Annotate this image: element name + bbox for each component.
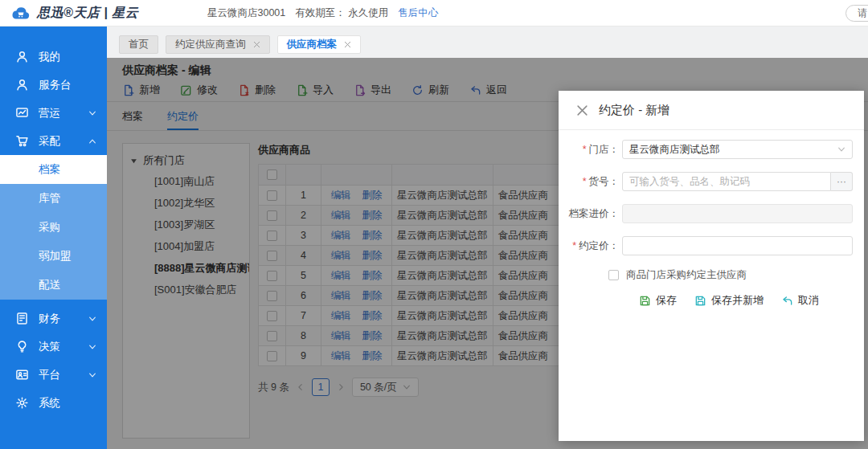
tab-bar: 首页 约定供应商查询 供应商档案 <box>107 27 868 58</box>
sidebar-bottom: 财务 决策 平台 系统 <box>0 300 107 417</box>
sidebar-item[interactable]: 营运 <box>0 99 107 127</box>
sidebar-item[interactable]: 决策 <box>0 333 107 361</box>
modal-action-icon <box>639 295 651 307</box>
chevron-icon <box>88 109 96 117</box>
sidebar-item[interactable]: 服务台 <box>0 71 107 99</box>
tab-close-icon[interactable] <box>344 41 351 48</box>
sidebar-subitem-label: 库管 <box>39 192 60 204</box>
agreed-price-field-row: 约定价： <box>559 236 864 255</box>
sidebar-item-icon <box>15 312 29 325</box>
sidebar-subitem-label: 配送 <box>39 279 60 291</box>
agreed-price-modal: 约定价 - 新增 门店： 星云微商店测试总部 货号： ··· 档案进价： 约定价… <box>559 91 864 441</box>
sidebar-item-label: 平台 <box>39 368 60 382</box>
store-select[interactable]: 星云微商店测试总部 <box>622 140 853 159</box>
store-name: 星云微商店30001 <box>207 6 285 20</box>
sidebar-item-label: 采配 <box>39 134 60 149</box>
chevron-down-icon <box>837 145 845 153</box>
sidebar-submenu: 档案 库管 采购 弱加盟 配送 <box>0 155 107 300</box>
sidebar-item-label: 系统 <box>39 396 60 410</box>
sidebar-item-icon <box>15 106 29 120</box>
support-center-link[interactable]: 售后中心 <box>398 6 438 20</box>
sidebar-subitem[interactable]: 配送 <box>0 271 107 300</box>
modal-action-label: 取消 <box>798 293 819 308</box>
file-price-label: 档案进价： <box>559 207 619 221</box>
agreed-price-input[interactable] <box>622 236 853 255</box>
sidebar-item[interactable]: 系统 <box>0 389 107 417</box>
modal-action-icon <box>694 295 706 307</box>
sidebar: 我的 服务台 营运 采配 档案 库管 采购 弱加盟 配送 财务 决策 平台 系统 <box>0 27 107 449</box>
chevron-icon <box>88 137 96 145</box>
top-bar: 思迅®天店 | 星云 星云微商店30001 有效期至： 永久使用 售后中心 请 <box>0 0 868 27</box>
tab[interactable]: 首页 <box>119 35 158 54</box>
tab[interactable]: 约定供应商查询 <box>166 35 270 54</box>
sidebar-item[interactable]: 平台 <box>0 361 107 389</box>
item-field-label: 货号： <box>559 175 619 189</box>
sidebar-subitem[interactable]: 采购 <box>0 213 107 242</box>
item-lookup-button[interactable]: ··· <box>831 172 853 191</box>
sidebar-item-label: 决策 <box>39 340 60 354</box>
sidebar-item-label: 营运 <box>39 106 60 120</box>
main-supplier-checkbox[interactable] <box>608 270 619 280</box>
sidebar-item[interactable]: 我的 <box>0 43 107 71</box>
brand: 思迅®天店 | 星云 <box>10 0 138 27</box>
chevron-icon <box>88 371 96 379</box>
main-supplier-checkbox-label: 商品门店采购约定主供应商 <box>626 268 747 282</box>
sidebar-subitem-label: 采购 <box>39 221 60 233</box>
sidebar-item-label: 财务 <box>39 312 60 326</box>
sidebar-item-icon <box>15 368 29 382</box>
brand-text: 思迅®天店 | 星云 <box>37 5 138 22</box>
item-field-row: 货号： ··· <box>559 172 864 191</box>
modal-action-icon <box>781 295 793 307</box>
sidebar-item[interactable]: 采配 <box>0 127 107 155</box>
validity-text: 有效期至： 永久使用 <box>295 6 388 20</box>
sidebar-subitem-label: 弱加盟 <box>39 250 72 262</box>
file-price-input <box>622 204 853 223</box>
topbar-partial-button[interactable]: 请 <box>845 5 868 22</box>
modal-title: 约定价 - 新增 <box>599 103 669 118</box>
store-field-row: 门店： 星云微商店测试总部 <box>559 140 864 159</box>
sidebar-item-icon <box>15 50 29 63</box>
modal-buttons: 保存 保存并新增 取消 <box>639 293 864 308</box>
sidebar-item-icon <box>15 340 29 353</box>
modal-action-button[interactable]: 保存并新增 <box>694 293 764 308</box>
tab-close-icon[interactable] <box>253 41 260 48</box>
close-icon[interactable] <box>576 104 588 116</box>
sidebar-item-icon <box>15 396 29 410</box>
sidebar-item-label: 我的 <box>39 50 60 64</box>
agreed-price-label: 约定价： <box>559 239 619 253</box>
item-code-input[interactable] <box>622 172 831 191</box>
tab[interactable]: 供应商档案 <box>277 35 362 54</box>
sidebar-item-label: 服务台 <box>39 78 72 92</box>
store-select-value: 星云微商店测试总部 <box>629 143 720 157</box>
cloud-logo-icon <box>10 6 31 20</box>
sidebar-item[interactable]: 财务 <box>0 304 107 333</box>
file-price-field-row: 档案进价： <box>559 204 864 223</box>
modal-action-button[interactable]: 保存 <box>639 293 677 308</box>
sidebar-item-icon <box>15 134 29 148</box>
item-combo: ··· <box>622 172 853 191</box>
sidebar-subitem[interactable]: 弱加盟 <box>0 242 107 271</box>
sidebar-subitem[interactable]: 库管 <box>0 184 107 213</box>
main-supplier-checkbox-row: 商品门店采购约定主供应商 <box>608 268 864 282</box>
modal-header: 约定价 - 新增 <box>559 91 864 130</box>
tab-label: 约定供应商查询 <box>175 38 246 51</box>
modal-body: 门店： 星云微商店测试总部 货号： ··· 档案进价： 约定价： 商品门店采购约… <box>559 130 864 308</box>
modal-action-button[interactable]: 取消 <box>781 293 819 308</box>
store-info: 星云微商店30001 有效期至： 永久使用 售后中心 <box>207 0 438 27</box>
sidebar-item-icon <box>15 78 29 92</box>
sidebar-subitem-label: 档案 <box>39 163 60 175</box>
chevron-icon <box>88 315 96 323</box>
tab-label: 首页 <box>129 38 149 51</box>
tab-label: 供应商档案 <box>287 38 338 51</box>
modal-action-label: 保存并新增 <box>711 293 764 308</box>
store-field-label: 门店： <box>559 143 619 157</box>
sidebar-top: 我的 服务台 营运 采配 <box>0 27 107 155</box>
sidebar-subitem[interactable]: 档案 <box>0 155 107 184</box>
chevron-icon <box>88 343 96 351</box>
modal-action-label: 保存 <box>656 293 677 308</box>
